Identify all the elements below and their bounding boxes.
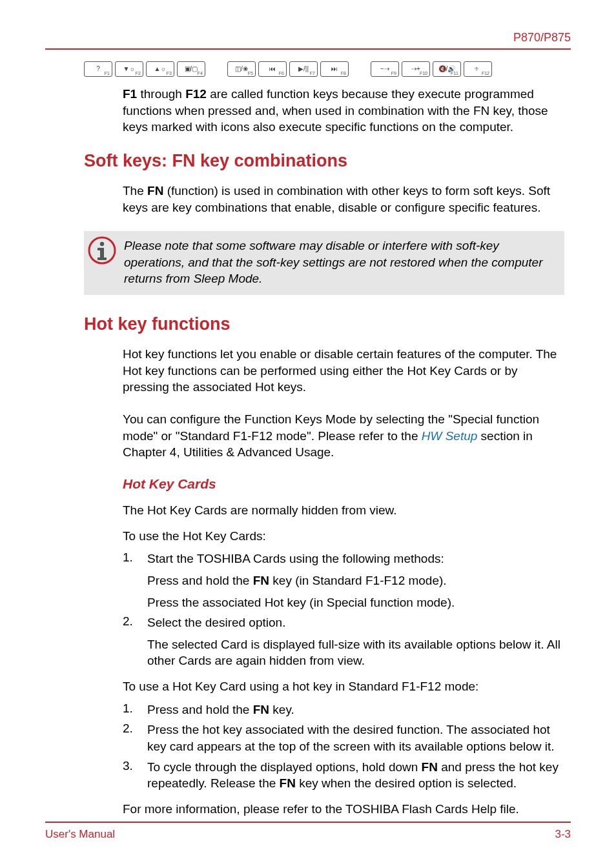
hotkey-heading: Hot key functions: [84, 314, 571, 334]
list-item: 1. Press and hold the FN key.: [123, 701, 564, 718]
list-item: 2. Select the desired option.: [123, 614, 564, 631]
f6-key: ⏮F6: [258, 61, 287, 77]
f8-key: ⏭F8: [320, 61, 349, 77]
hotkey-p2: You can configure the Function Keys Mode…: [123, 411, 564, 461]
cards-p1: The Hot Key Cards are normally hidden fr…: [123, 502, 564, 519]
footer-left: User's Manual: [45, 828, 115, 841]
footer-rule: [45, 822, 571, 823]
cards-p2: To use the Hot Key Cards:: [123, 528, 564, 545]
intro-paragraph: F1 through F12 are called function keys …: [123, 86, 564, 136]
f4-key: ▣/▢F4: [177, 61, 205, 77]
cards-p4: For more information, please refer to th…: [123, 801, 564, 818]
f3-key: ▲☼F3: [146, 61, 174, 77]
list-item: 1. Start the TOSHIBA Cards using the fol…: [123, 550, 564, 567]
hotkeycards-heading: Hot Key Cards: [123, 476, 571, 492]
softkeys-heading: Soft keys: FN key combinations: [84, 151, 571, 171]
hw-setup-link[interactable]: HW Setup: [422, 429, 478, 443]
list-item: 2. Press the hot key associated with the…: [123, 722, 564, 754]
hotkey-p1: Hot key functions let you enable or disa…: [123, 346, 564, 396]
svg-rect-3: [98, 248, 104, 250]
f5-key: ◫/❀F5: [227, 61, 256, 77]
f1-key: ?F1: [84, 61, 112, 77]
svg-point-1: [100, 242, 104, 246]
list-sub: The selected Card is displayed full-size…: [147, 636, 564, 669]
function-key-row: ?F1 ▼☼F2 ▲☼F3 ▣/▢F4 ◫/❀F5 ⏮F6 ▶/||F7 ⏭F8…: [84, 61, 571, 77]
f7-key: ▶/||F7: [289, 61, 318, 77]
list-1: 1. Start the TOSHIBA Cards using the fol…: [123, 550, 564, 669]
footer: User's Manual 3-3: [45, 822, 571, 841]
svg-rect-4: [98, 257, 107, 260]
f9-key: −⇢F9: [371, 61, 399, 77]
info-icon: [88, 236, 116, 265]
cards-p3: To use a Hot Key Card using a hot key in…: [123, 678, 564, 695]
softkeys-paragraph: The FN (function) is used in combination…: [123, 183, 564, 216]
f10-key: ⇢+F10: [402, 61, 430, 77]
f2-key: ▼☼F2: [115, 61, 143, 77]
header-rule: [45, 48, 571, 50]
f11-key: 🔇/🔊F11: [433, 61, 461, 77]
note-text: Please note that some software may disab…: [124, 239, 543, 285]
header-model: P870/P875: [45, 31, 571, 45]
list-2: 1. Press and hold the FN key. 2. Press t…: [123, 701, 564, 792]
footer-right: 3-3: [555, 828, 571, 841]
list-sub: Press and hold the FN key (in Standard F…: [147, 572, 564, 589]
list-sub: Press the associated Hot key (in Special…: [147, 594, 564, 611]
list-item: 3. To cycle through the displayed option…: [123, 759, 564, 792]
f12-key: ᯤF12: [464, 61, 492, 77]
note-box: Please note that some software may disab…: [84, 231, 564, 295]
